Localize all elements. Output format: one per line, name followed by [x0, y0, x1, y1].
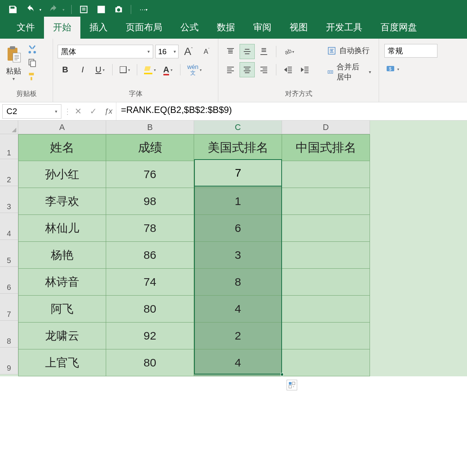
- bold-button[interactable]: B: [58, 62, 73, 77]
- fill-color-button[interactable]: ▾: [142, 62, 158, 77]
- tab-formulas[interactable]: 公式: [171, 17, 208, 39]
- decrease-indent-icon[interactable]: [281, 62, 296, 77]
- align-middle-icon[interactable]: [240, 44, 255, 59]
- cell[interactable]: 林仙儿: [18, 215, 106, 242]
- cell[interactable]: 3: [194, 242, 282, 269]
- row-header[interactable]: 1: [0, 134, 18, 159]
- tab-review[interactable]: 审阅: [244, 17, 281, 39]
- autofill-options-icon[interactable]: +: [287, 380, 297, 390]
- wrap-text-button[interactable]: 自动换行: [324, 44, 374, 57]
- format-painter-icon[interactable]: [27, 71, 37, 81]
- cell[interactable]: 4: [194, 296, 282, 323]
- cell[interactable]: 7: [194, 161, 282, 188]
- cut-icon[interactable]: [27, 44, 37, 54]
- tab-view[interactable]: 视图: [281, 17, 317, 39]
- cell[interactable]: [282, 323, 370, 349]
- font-name-combo[interactable]: 黑体▾: [58, 45, 153, 58]
- touch-mode-icon[interactable]: [78, 4, 89, 15]
- shrink-font-icon[interactable]: Aˇ: [198, 44, 213, 59]
- cell[interactable]: 姓名: [18, 134, 106, 161]
- formula-input[interactable]: =RANK.EQ(B2,$B$2:$B$9): [116, 102, 467, 120]
- tab-data[interactable]: 数据: [208, 17, 244, 39]
- cell[interactable]: 阿飞: [18, 296, 106, 323]
- cell[interactable]: 98: [106, 188, 194, 215]
- cell[interactable]: 8: [194, 269, 282, 296]
- cell[interactable]: 孙小红: [18, 161, 106, 188]
- tab-baidu[interactable]: 百度网盘: [371, 17, 426, 39]
- cell[interactable]: 76: [106, 161, 194, 188]
- cell[interactable]: 成绩: [106, 134, 194, 161]
- font-color-button[interactable]: A▾: [160, 62, 176, 77]
- enter-formula-icon[interactable]: ✓: [86, 104, 101, 119]
- row-header[interactable]: 6: [0, 267, 18, 294]
- worksheet-grid[interactable]: 1 2 3 4 5 6 7 8 9 A B C D 姓名 成绩 美国式排名 中国…: [0, 121, 467, 376]
- select-all-corner[interactable]: [0, 121, 18, 134]
- number-format-combo[interactable]: 常规: [384, 44, 437, 58]
- col-header[interactable]: B: [106, 121, 194, 134]
- row-header[interactable]: 4: [0, 213, 18, 240]
- cell[interactable]: [282, 242, 370, 269]
- col-header[interactable]: D: [282, 121, 370, 134]
- cell[interactable]: 上官飞: [18, 349, 106, 376]
- cell[interactable]: 6: [194, 215, 282, 242]
- cell[interactable]: 80: [106, 349, 194, 376]
- row-header[interactable]: 2: [0, 159, 18, 186]
- cell[interactable]: 80: [106, 296, 194, 323]
- cell[interactable]: 杨艳: [18, 242, 106, 269]
- tab-insert[interactable]: 插入: [80, 17, 117, 39]
- redo-icon[interactable]: [48, 4, 59, 15]
- row-header[interactable]: 3: [0, 186, 18, 213]
- cell[interactable]: 1: [194, 188, 282, 215]
- cell[interactable]: 林诗音: [18, 269, 106, 296]
- row-header[interactable]: 9: [0, 348, 18, 374]
- fill-handle[interactable]: [281, 373, 284, 376]
- phonetic-guide-button[interactable]: wén文▾: [185, 62, 204, 77]
- cell[interactable]: 龙啸云: [18, 323, 106, 349]
- align-center-icon[interactable]: [240, 62, 255, 77]
- customize-qat-icon[interactable]: ⋯▾: [138, 4, 149, 15]
- cell[interactable]: 74: [106, 269, 194, 296]
- insert-function-icon[interactable]: ƒx: [101, 104, 116, 119]
- cancel-formula-icon[interactable]: ✕: [71, 104, 86, 119]
- cell[interactable]: 2: [194, 323, 282, 349]
- cell[interactable]: 4: [194, 349, 282, 376]
- name-box[interactable]: C2▾: [2, 104, 61, 119]
- row-header[interactable]: 7: [0, 294, 18, 321]
- tab-file[interactable]: 文件: [8, 17, 44, 39]
- cell[interactable]: [282, 296, 370, 323]
- cell[interactable]: [282, 161, 370, 188]
- cell[interactable]: 美国式排名: [194, 134, 282, 161]
- accounting-format-icon[interactable]: $▾: [384, 61, 400, 77]
- cell[interactable]: [282, 188, 370, 215]
- cell[interactable]: 中国式排名: [282, 134, 370, 161]
- align-top-icon[interactable]: [223, 44, 238, 59]
- favorites-icon[interactable]: [96, 4, 107, 15]
- save-icon[interactable]: [8, 4, 18, 15]
- cell[interactable]: 86: [106, 242, 194, 269]
- align-left-icon[interactable]: [223, 62, 238, 77]
- border-button[interactable]: ▾: [117, 62, 132, 77]
- cell[interactable]: 李寻欢: [18, 188, 106, 215]
- orientation-icon[interactable]: ab▾: [281, 44, 296, 59]
- align-bottom-icon[interactable]: [256, 44, 271, 59]
- row-header[interactable]: 8: [0, 321, 18, 348]
- cell[interactable]: [282, 269, 370, 296]
- tab-pagelayout[interactable]: 页面布局: [117, 17, 171, 39]
- paste-button[interactable]: 粘贴 ▾: [5, 44, 26, 85]
- align-right-icon[interactable]: [256, 62, 271, 77]
- screenshot-icon[interactable]: [113, 4, 124, 15]
- cell[interactable]: [282, 215, 370, 242]
- col-header[interactable]: C: [194, 121, 282, 134]
- cell[interactable]: 92: [106, 323, 194, 349]
- cell[interactable]: [282, 349, 370, 376]
- copy-icon[interactable]: [27, 58, 37, 67]
- underline-button[interactable]: U▾: [92, 62, 108, 77]
- tab-home[interactable]: 开始: [44, 17, 80, 39]
- row-header[interactable]: 5: [0, 240, 18, 267]
- italic-button[interactable]: I: [75, 62, 90, 77]
- tab-developer[interactable]: 开发工具: [317, 17, 371, 39]
- grow-font-icon[interactable]: Aˆ: [181, 44, 196, 59]
- increase-indent-icon[interactable]: [298, 62, 313, 77]
- col-header[interactable]: A: [18, 121, 106, 134]
- undo-icon[interactable]: [25, 4, 36, 15]
